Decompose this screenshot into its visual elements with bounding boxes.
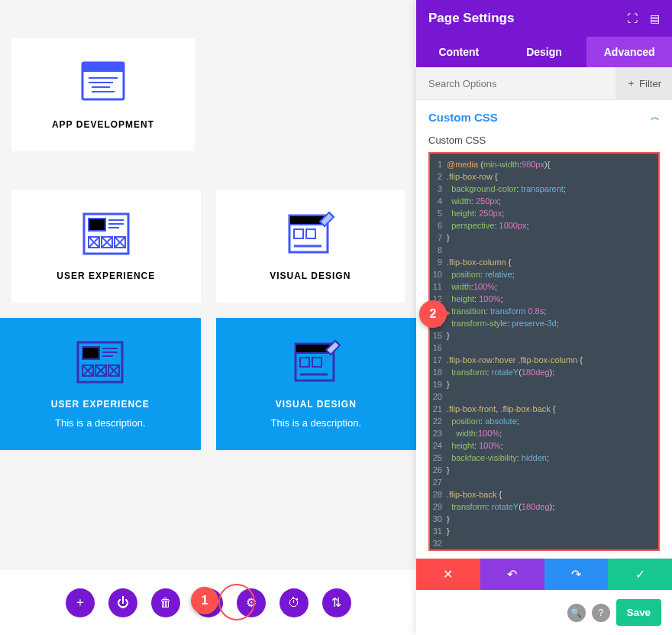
- card-title: VISUAL DESIGN: [224, 271, 398, 281]
- plus-icon: ＋: [626, 76, 636, 90]
- discard-button[interactable]: ✕: [416, 559, 480, 590]
- save-button[interactable]: Save: [616, 599, 661, 626]
- search-input[interactable]: [416, 67, 615, 99]
- card-title: APP DEVELOPMENT: [19, 119, 187, 130]
- ux-icon: [73, 339, 127, 385]
- panel-title: Page Settings: [428, 11, 514, 26]
- dock-icon[interactable]: ▤: [650, 12, 660, 24]
- panel-header: Page Settings ⛶ ▤: [416, 0, 672, 37]
- ux-icon: [79, 211, 133, 257]
- add-button[interactable]: ＋: [66, 588, 95, 617]
- card-visual-design[interactable]: VISUAL DESIGN: [216, 190, 405, 303]
- panel-footer: ✕ ↶ ↷ ✓: [416, 559, 672, 590]
- save-row: 🔍 ? Save: [416, 590, 672, 635]
- card-title: VISUAL DESIGN: [224, 399, 409, 410]
- tab-design[interactable]: Design: [502, 37, 587, 67]
- callout-arrow-2: [440, 307, 451, 319]
- visual-design-icon: [289, 339, 343, 385]
- undo-button[interactable]: ↶: [480, 559, 544, 590]
- css-code-outline: 1@media (min-width:980px){2.flip-box-row…: [428, 152, 660, 551]
- help-icon[interactable]: ?: [592, 604, 610, 622]
- card-description: This is a description.: [8, 417, 193, 429]
- app-icon: [76, 60, 130, 105]
- card-app-development[interactable]: APP DEVELOPMENT: [11, 38, 195, 151]
- tabs: Content Design Advanced: [416, 37, 672, 67]
- delete-button[interactable]: 🗑: [151, 588, 180, 617]
- visual-design-icon: [283, 211, 337, 257]
- redo-button[interactable]: ↷: [544, 559, 609, 590]
- tab-advanced[interactable]: Advanced: [586, 37, 672, 67]
- card-visual-design-back[interactable]: VISUAL DESIGN This is a description.: [216, 318, 417, 450]
- custom-css-editor[interactable]: 1@media (min-width:980px){2.flip-box-row…: [430, 154, 658, 551]
- confirm-button[interactable]: ✓: [608, 559, 672, 590]
- card-user-experience[interactable]: USER EXPERIENCE: [11, 190, 201, 303]
- section-custom-css[interactable]: Custom CSS ︿: [416, 100, 672, 134]
- css-field-label: Custom CSS: [416, 134, 672, 152]
- filter-button[interactable]: ＋Filter: [615, 67, 672, 99]
- sort-button[interactable]: ⇅: [322, 588, 351, 617]
- history-button[interactable]: ⏱: [279, 588, 309, 617]
- chevron-up-icon: ︿: [651, 111, 660, 124]
- settings-panel: Page Settings ⛶ ▤ Content Design Advance…: [416, 0, 672, 635]
- canvas-area: APP DEVELOPMENT USER EXPERIENCE VISUAL D…: [0, 0, 416, 635]
- search-row: ＋Filter: [416, 67, 672, 100]
- card-user-experience-back[interactable]: USER EXPERIENCE This is a description.: [0, 318, 201, 450]
- help-search-icon[interactable]: 🔍: [567, 604, 586, 622]
- power-button[interactable]: ⏻: [108, 588, 137, 617]
- card-title: USER EXPERIENCE: [19, 271, 193, 281]
- card-description: This is a description.: [224, 417, 409, 429]
- card-title: USER EXPERIENCE: [8, 399, 193, 410]
- tab-content[interactable]: Content: [416, 37, 502, 67]
- callout-arrow-1: [210, 595, 221, 607]
- callout-ring: [218, 584, 255, 620]
- expand-icon[interactable]: ⛶: [627, 12, 638, 24]
